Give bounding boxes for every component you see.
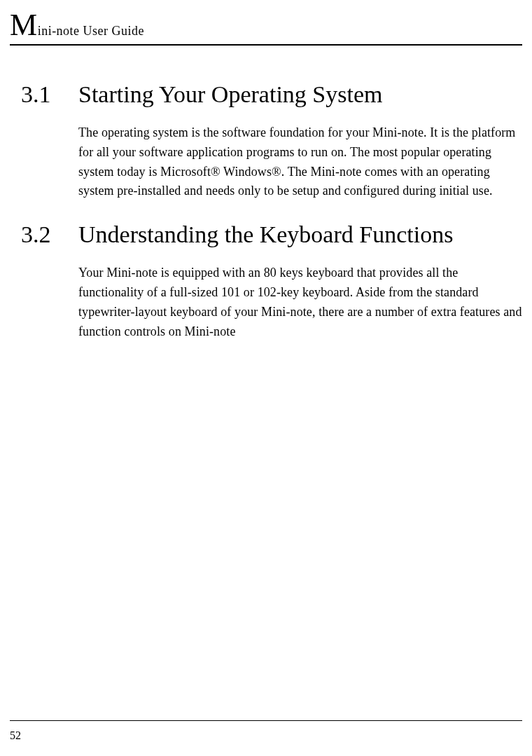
section-3-1: 3.1 Starting Your Operating System The o…	[21, 81, 522, 201]
section-number: 3.2	[21, 221, 78, 248]
section-title: Starting Your Operating System	[78, 81, 382, 109]
section-heading: 3.1 Starting Your Operating System	[21, 81, 522, 109]
section-body: Your Mini-note is equipped with an 80 ke…	[78, 263, 522, 342]
content-area: 3.1 Starting Your Operating System The o…	[21, 81, 522, 362]
header-title-first-char: M	[10, 8, 38, 42]
header-title: Mini-note User Guide	[10, 7, 522, 43]
section-body: The operating system is the software fou…	[78, 123, 522, 202]
section-heading: 3.2 Understanding the Keyboard Functions	[21, 221, 522, 249]
page-header: Mini-note User Guide	[10, 7, 522, 46]
page-number: 52	[10, 729, 21, 742]
footer-divider	[10, 720, 522, 721]
header-divider	[10, 44, 522, 46]
header-title-rest: ini-note User Guide	[38, 24, 144, 38]
section-number: 3.1	[21, 81, 78, 108]
section-3-2: 3.2 Understanding the Keyboard Functions…	[21, 221, 522, 341]
section-title: Understanding the Keyboard Functions	[78, 221, 453, 249]
